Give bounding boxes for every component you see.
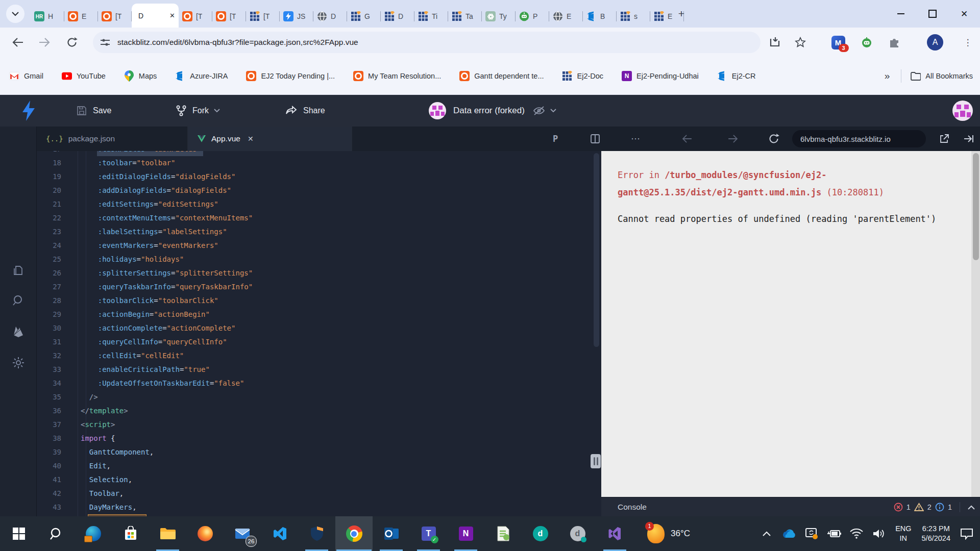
bookmark-item[interactable]: Ej2-CR — [717, 71, 756, 81]
code-line[interactable]: 24 :eventMarkers="eventMarkers" — [37, 239, 601, 253]
visibility-off-icon[interactable] — [533, 106, 545, 116]
code-line[interactable]: 33 :enableCriticalPath="true" — [37, 363, 601, 377]
extension-m-icon[interactable]: M3 — [830, 34, 846, 51]
save-button[interactable]: Save — [77, 95, 111, 127]
browser-tab[interactable]: G — [347, 5, 381, 28]
close-window-button[interactable]: ✕ — [948, 0, 980, 28]
code-line[interactable]: 39 GanttComponent, — [37, 445, 601, 459]
language-indicator[interactable]: ENGIN — [890, 524, 916, 543]
project-title[interactable]: Data error (forked) — [429, 95, 556, 127]
file-tab-package-json[interactable]: {..} package.json — [37, 127, 188, 151]
code-line[interactable]: 31 :queryCellInfo="queryCellInfo" — [37, 335, 601, 349]
browser-menu-icon[interactable]: ⋮ — [963, 34, 973, 51]
taskbar-shield-icon[interactable] — [298, 516, 335, 551]
close-tab-icon[interactable]: ✕ — [169, 12, 175, 19]
code-line[interactable]: 30 :actionComplete="actionComplete" — [37, 321, 601, 335]
code-line[interactable]: 35 /> — [37, 390, 601, 404]
splitter-handle[interactable] — [591, 454, 601, 468]
user-avatar[interactable] — [952, 95, 973, 127]
taskbar-onenote-icon[interactable]: N — [447, 516, 484, 551]
code-line[interactable]: 38import { — [37, 432, 601, 445]
preview-reload-icon[interactable] — [765, 127, 783, 151]
browser-tab[interactable]: E — [549, 5, 583, 28]
bookmark-item[interactable]: Gantt dependent te... — [459, 71, 544, 81]
taskbar-d-teal-icon[interactable]: d — [522, 516, 559, 551]
forward-button[interactable] — [36, 34, 53, 51]
bookmark-item[interactable]: EJ2 Today Pending |... — [246, 71, 335, 81]
code-line[interactable]: 43 DayMarkers, — [37, 500, 601, 514]
url-text[interactable]: stackblitz.com/edit/6lvbma-qbfu3r?file=p… — [117, 38, 358, 47]
code-line[interactable]: 36</template> — [37, 404, 601, 418]
extensions-puzzle-icon[interactable] — [886, 34, 902, 51]
prettier-button[interactable]: P — [546, 127, 565, 151]
console-label[interactable]: Console — [618, 503, 647, 512]
code-line[interactable]: 29 :actionBegin="actionBegin" — [37, 308, 601, 321]
bookmark-item[interactable]: My Team Resolution... — [353, 71, 441, 81]
code-line[interactable]: 28 :toolbarClick="toolbarClick" — [37, 294, 601, 308]
taskbar-firefox-icon[interactable] — [186, 516, 224, 551]
taskbar-windows-start-icon[interactable] — [0, 516, 37, 551]
files-icon[interactable] — [0, 257, 37, 284]
console-bar[interactable]: Console 1 2 1 — [601, 497, 980, 516]
back-button[interactable] — [9, 34, 27, 51]
share-button[interactable]: Share — [286, 95, 325, 127]
taskbar-teams-icon[interactable]: T✓ — [410, 516, 447, 551]
battery-icon[interactable] — [823, 516, 845, 551]
chevron-down-icon[interactable] — [214, 109, 220, 113]
weather-widget[interactable]: 1 36°C — [647, 516, 690, 551]
browser-tab[interactable]: JS — [280, 5, 313, 28]
code-line[interactable]: 19 :editDialogFields="dialogFields" — [37, 170, 601, 184]
taskbar-edge-icon[interactable] — [75, 516, 112, 551]
taskbar-chrome-icon[interactable] — [335, 516, 373, 551]
taskbar-mail-icon[interactable]: 26 — [224, 516, 261, 551]
stackblitz-logo-icon[interactable] — [21, 95, 36, 127]
chevron-down-icon[interactable] — [550, 109, 556, 113]
code-line[interactable]: 27 :queryTaskbarInfo="queryTaskbarInfo" — [37, 280, 601, 294]
taskbar-d-grey-icon[interactable]: d — [559, 516, 596, 551]
code-line[interactable]: 40 Edit, — [37, 459, 601, 473]
split-view-icon[interactable] — [586, 127, 604, 151]
browser-tab[interactable]: [T — [179, 5, 212, 28]
taskbar-outlook-icon[interactable] — [373, 516, 410, 551]
taskbar-visualstudio-icon[interactable] — [596, 516, 633, 551]
editor-scrollbar[interactable] — [594, 153, 599, 347]
clock[interactable]: 6:23 PM5/6/2024 — [917, 524, 955, 543]
open-external-icon[interactable] — [935, 127, 953, 151]
code-line[interactable]: 34 :UpdateOffsetOnTaskbarEdit="false" — [37, 377, 601, 390]
browser-tab[interactable]: Ta — [448, 5, 482, 28]
browser-tab[interactable]: E — [64, 5, 98, 28]
browser-tab[interactable]: Ty — [482, 5, 516, 28]
browser-tab[interactable]: HRH — [31, 5, 64, 28]
code-line[interactable]: 37<script> — [37, 418, 601, 432]
browser-tab[interactable]: D — [313, 5, 347, 28]
browser-tab-active[interactable]: D✕ — [132, 4, 179, 28]
new-tab-button[interactable]: + — [675, 7, 688, 20]
preview-forward-icon[interactable] — [724, 127, 742, 151]
code-editor[interactable]: 17 :taskFields="taskFields"18 :toolbar="… — [37, 151, 601, 516]
maximize-button[interactable] — [917, 0, 948, 28]
extension-robot-icon[interactable] — [859, 34, 875, 51]
code-line[interactable]: 42 Toolbar, — [37, 487, 601, 500]
settings-gear-icon[interactable] — [0, 349, 37, 376]
taskbar-explorer-icon[interactable] — [149, 516, 186, 551]
code-line[interactable]: 18 :toolbar="toolbar" — [37, 156, 601, 170]
code-line[interactable]: 41 Selection, — [37, 473, 601, 487]
volume-icon[interactable] — [868, 516, 890, 551]
bookmark-item[interactable]: Gmail — [9, 71, 43, 81]
code-line[interactable]: 22 :contextMenuItems="contextMenuItems" — [37, 211, 601, 225]
preview-scrollbar[interactable] — [971, 151, 980, 497]
onedrive-icon[interactable] — [778, 516, 800, 551]
code-line[interactable]: 21 :editSettings="editSettings" — [37, 197, 601, 211]
bookmark-item[interactable]: NEj2-Pending-Udhai — [622, 71, 699, 81]
browser-tab[interactable]: [T — [212, 5, 246, 28]
firebase-icon[interactable] — [0, 318, 37, 345]
profile-avatar[interactable]: A — [927, 34, 943, 51]
browser-tab[interactable]: P — [516, 5, 549, 28]
more-options-icon[interactable]: ⋯ — [627, 127, 645, 151]
taskbar-store-icon[interactable] — [112, 516, 149, 551]
browser-tab[interactable]: D — [381, 5, 414, 28]
browser-tab[interactable]: [T — [98, 5, 132, 28]
collapse-panel-icon[interactable] — [960, 127, 978, 151]
reload-button[interactable] — [63, 34, 81, 51]
browser-tab[interactable]: Ti — [414, 5, 448, 28]
